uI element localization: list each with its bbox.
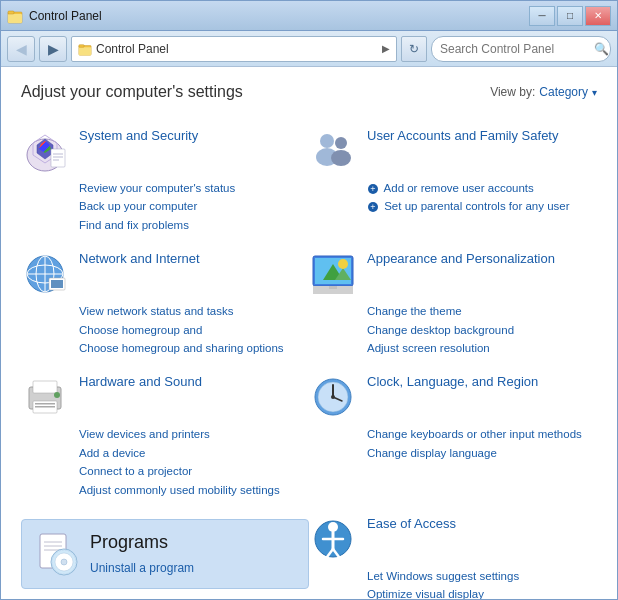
system-security-title[interactable]: System and Security (79, 128, 198, 143)
connect-projector-link[interactable]: Connect to a projector (79, 462, 309, 480)
parental-controls-link[interactable]: + Set up parental controls for any user (367, 197, 597, 215)
view-by-label: View by: (490, 85, 535, 99)
svg-point-33 (338, 259, 348, 269)
system-security-links: Review your computer's status Back up yo… (79, 179, 309, 234)
back-icon: ◀ (16, 41, 27, 57)
add-users-icon: + (367, 183, 379, 195)
hardware-info: Hardware and Sound (79, 373, 309, 391)
review-status-link[interactable]: Review your computer's status (79, 179, 309, 197)
appearance-info: Appearance and Personalization (367, 250, 597, 268)
search-bar[interactable]: 🔍 (431, 36, 611, 62)
main-window: Control Panel ─ □ ✕ ◀ ▶ Control Panel ▶ … (0, 0, 618, 600)
network-info: Network and Internet (79, 250, 309, 268)
forward-button[interactable]: ▶ (39, 36, 67, 62)
hardware-section: Hardware and Sound View devices and prin… (21, 365, 309, 507)
minimize-button[interactable]: ─ (529, 6, 555, 26)
change-theme-link[interactable]: Change the theme (367, 302, 597, 320)
user-accounts-title[interactable]: User Accounts and Family Safety (367, 128, 558, 143)
programs-icon (32, 530, 80, 578)
ease-title[interactable]: Ease of Access (367, 516, 456, 531)
clock-icon (309, 373, 357, 421)
appearance-title[interactable]: Appearance and Personalization (367, 251, 555, 266)
network-section: Network and Internet View network status… (21, 242, 309, 365)
address-bar[interactable]: Control Panel ▶ (71, 36, 397, 62)
user-accounts-icon (309, 127, 357, 175)
address-text: Control Panel (96, 42, 378, 56)
svg-point-16 (335, 137, 347, 149)
ease-outer: Ease of Access Let Windows suggest setti… (309, 507, 597, 599)
svg-rect-2 (8, 11, 14, 14)
svg-text:+: + (370, 184, 375, 194)
appearance-header: Appearance and Personalization (309, 250, 597, 298)
keyboard-input-link[interactable]: Change keyboards or other input methods (367, 425, 597, 443)
ease-icon (309, 515, 357, 563)
svg-rect-5 (79, 44, 84, 47)
clock-links: Change keyboards or other input methods … (367, 425, 597, 462)
devices-printers-link[interactable]: View devices and printers (79, 425, 309, 443)
clock-title[interactable]: Clock, Language, and Region (367, 374, 538, 389)
system-security-section: System and Security Review your computer… (21, 119, 309, 242)
svg-rect-39 (35, 403, 55, 405)
windows-suggest-link[interactable]: Let Windows suggest settings (367, 567, 597, 585)
desktop-background-link[interactable]: Change desktop background (367, 321, 597, 339)
network-status-link[interactable]: View network status and tasks (79, 302, 309, 320)
maximize-button[interactable]: □ (557, 6, 583, 26)
homegroup-link[interactable]: Choose homegroup and (79, 321, 309, 339)
mobility-settings-link[interactable]: Adjust commonly used mobility settings (79, 481, 309, 499)
hardware-title[interactable]: Hardware and Sound (79, 374, 202, 389)
svg-point-46 (331, 395, 335, 399)
forward-icon: ▶ (48, 41, 59, 57)
page-header: Adjust your computer's settings View by:… (21, 83, 597, 101)
view-by-arrow[interactable]: ▾ (592, 87, 597, 98)
svg-rect-4 (79, 47, 91, 55)
back-up-link[interactable]: Back up your computer (79, 197, 309, 215)
sharing-options-link[interactable]: Choose homegroup and sharing options (79, 339, 309, 357)
hardware-header: Hardware and Sound (21, 373, 309, 421)
refresh-icon: ↻ (409, 42, 419, 56)
clock-header: Clock, Language, and Region (309, 373, 597, 421)
ease-links: Let Windows suggest settings Optimize vi… (367, 567, 597, 599)
network-header: Network and Internet (21, 250, 309, 298)
refresh-button[interactable]: ↻ (401, 36, 427, 62)
user-accounts-section: User Accounts and Family Safety + Add or… (309, 119, 597, 242)
visual-display-link[interactable]: Optimize visual display (367, 585, 597, 599)
content-area: Adjust your computer's settings View by:… (1, 67, 617, 599)
system-security-info: System and Security (79, 127, 309, 145)
svg-point-41 (54, 392, 60, 398)
window-title: Control Panel (29, 9, 102, 23)
hardware-icon (21, 373, 69, 421)
clock-section: Clock, Language, and Region Change keybo… (309, 365, 597, 507)
user-accounts-header: User Accounts and Family Safety (309, 127, 597, 175)
toolbar: ◀ ▶ Control Panel ▶ ↻ 🔍 (1, 31, 617, 67)
title-bar: Control Panel ─ □ ✕ (1, 1, 617, 31)
programs-section: Programs Uninstall a program (21, 519, 309, 589)
ease-header: Ease of Access (309, 515, 597, 563)
svg-rect-28 (51, 280, 63, 288)
parental-controls-icon: + (367, 201, 379, 213)
user-accounts-links: + Add or remove user accounts + Set up p… (367, 179, 597, 216)
clock-info: Clock, Language, and Region (367, 373, 597, 391)
system-security-header: System and Security (21, 127, 309, 175)
close-button[interactable]: ✕ (585, 6, 611, 26)
hardware-links: View devices and printers Add a device C… (79, 425, 309, 499)
appearance-icon (309, 250, 357, 298)
address-dropdown-arrow[interactable]: ▶ (382, 43, 390, 54)
add-remove-users-link[interactable]: + Add or remove user accounts (367, 179, 597, 197)
page-title: Adjust your computer's settings (21, 83, 243, 101)
find-fix-link[interactable]: Find and fix problems (79, 216, 309, 234)
search-input[interactable] (440, 42, 590, 56)
network-icon (21, 250, 69, 298)
back-button[interactable]: ◀ (7, 36, 35, 62)
appearance-links: Change the theme Change desktop backgrou… (367, 302, 597, 357)
window-icon (7, 8, 23, 24)
uninstall-program-link[interactable]: Uninstall a program (90, 559, 194, 578)
svg-rect-40 (35, 406, 55, 408)
programs-title[interactable]: Programs (90, 532, 168, 552)
network-title[interactable]: Network and Internet (79, 251, 200, 266)
screen-resolution-link[interactable]: Adjust screen resolution (367, 339, 597, 357)
svg-rect-37 (33, 381, 57, 393)
view-by-value[interactable]: Category (539, 85, 588, 99)
display-language-link[interactable]: Change display language (367, 444, 597, 462)
add-device-link[interactable]: Add a device (79, 444, 309, 462)
title-buttons: ─ □ ✕ (529, 6, 611, 26)
